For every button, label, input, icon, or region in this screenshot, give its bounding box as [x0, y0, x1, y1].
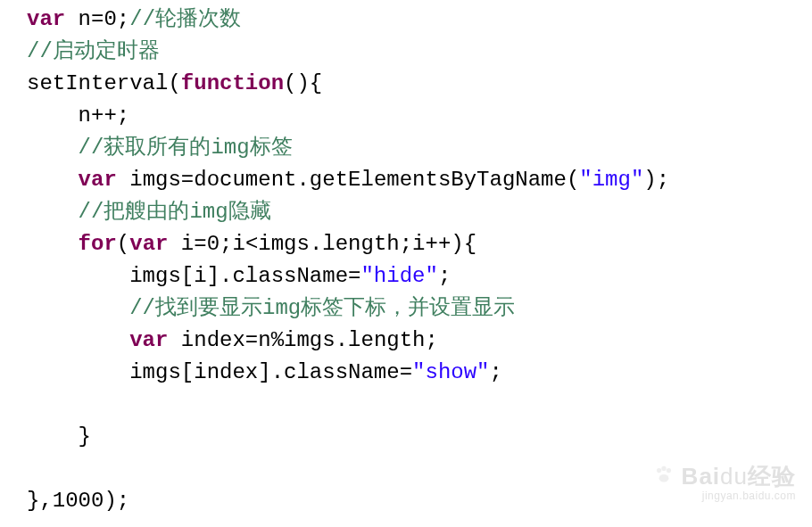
code-token-pun: ;: [438, 264, 451, 288]
code-token-cmt: //把艘由的img隐藏: [79, 200, 271, 224]
code-token-id: setInterval(: [27, 71, 181, 95]
code-token-kw: var: [129, 328, 168, 352]
code-token-pun: [27, 168, 79, 192]
code-token-num: 0: [207, 232, 220, 256]
code-token-pun: n++;: [27, 103, 129, 128]
code-token-pun: i=: [168, 232, 206, 256]
code-token-pun: imgs[i].className=: [27, 264, 360, 288]
code-token-str: "hide": [360, 264, 437, 288]
code-token-pun: [27, 328, 129, 352]
code-token-pun: );: [104, 489, 129, 513]
code-token-cmt: //找到要显示img标签下标，并设置显示: [129, 296, 515, 320]
code-token-cmt: //获取所有的img标签: [79, 136, 293, 160]
code-token-pun: ;: [117, 7, 129, 31]
code-token-cmt: //轮播次数: [129, 7, 241, 31]
code-token-pun: (){: [284, 71, 322, 95]
code-token-pun: }: [27, 424, 91, 449]
code-token-pun: );: [643, 168, 669, 192]
code-token-kw: for: [79, 232, 117, 256]
code-token-pun: [27, 232, 79, 256]
code-token-cmt: //启动定时器: [27, 39, 160, 63]
code-token-kw: function: [181, 71, 284, 95]
code-token-kw: var: [27, 7, 65, 31]
code-token-str: "img": [579, 168, 643, 192]
code-block: var n=0;//轮播次数 //启动定时器 setInterval(funct…: [0, 0, 812, 517]
code-token-pun: n=: [65, 7, 104, 31]
code-token-pun: },: [27, 489, 53, 513]
code-token-str: "show": [412, 360, 489, 384]
code-token-pun: ;i<imgs.length;i++){: [220, 232, 476, 256]
code-token-num: 0: [104, 7, 116, 31]
code-token-kw: var: [79, 168, 117, 192]
code-token-pun: [27, 296, 129, 320]
code-token-pun: imgs=document.getElementsByTagName(: [117, 168, 579, 192]
code-token-pun: imgs[index].className=: [27, 360, 412, 384]
code-token-pun: ;: [490, 360, 502, 384]
code-token-pun: [27, 200, 79, 224]
code-token-pun: (: [117, 232, 129, 256]
code-token-kw: var: [129, 232, 168, 256]
code-token-num: 1000: [53, 489, 104, 513]
code-token-pun: [27, 136, 79, 160]
code-token-pun: index=n%imgs.length;: [168, 328, 437, 352]
